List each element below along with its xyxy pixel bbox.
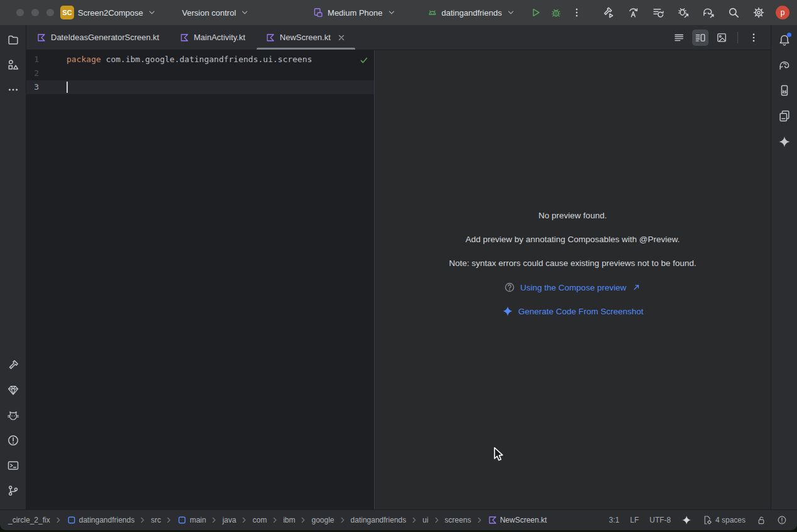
close-tab-icon[interactable] bbox=[336, 33, 346, 43]
code-line-current[interactable]: 3 bbox=[26, 80, 374, 94]
compose-preview-help-link[interactable]: Using the Compose preview bbox=[520, 282, 641, 292]
notifications-button[interactable] bbox=[774, 30, 794, 50]
chevron-right-icon bbox=[209, 515, 219, 525]
split-view-button[interactable] bbox=[692, 29, 709, 46]
project-badge: SC bbox=[60, 6, 74, 19]
readonly-toggle[interactable] bbox=[756, 515, 766, 525]
breadcrumb-label: NewScreen.kt bbox=[500, 516, 547, 524]
code-text: package com.ibm.google.datingandfriends.… bbox=[63, 53, 312, 66]
device-selector[interactable]: Medium Phone bbox=[313, 7, 396, 18]
breadcrumb-item[interactable]: google bbox=[309, 514, 336, 526]
breadcrumb-item[interactable]: datingandfriends bbox=[65, 514, 137, 526]
logcat-tool-button[interactable] bbox=[3, 405, 23, 425]
run-configuration-selector[interactable]: datingandfriends bbox=[427, 7, 516, 18]
code-editor[interactable]: 1 package com.ibm.google.datingandfriend… bbox=[26, 50, 374, 509]
indent-widget[interactable]: 4 spaces bbox=[702, 515, 746, 525]
resource-manager-tool-button[interactable] bbox=[3, 55, 23, 75]
status-widgets: 3:1 LF UTF-8 4 spaces bbox=[609, 515, 797, 525]
problems-tool-button[interactable] bbox=[3, 430, 23, 450]
run-button[interactable] bbox=[527, 4, 543, 21]
breadcrumb-label: screens bbox=[445, 516, 471, 524]
code-line[interactable]: 2 bbox=[26, 66, 374, 80]
gemini-status-widget[interactable] bbox=[682, 515, 692, 525]
project-tool-button[interactable] bbox=[3, 29, 23, 50]
gradle-sync-button[interactable] bbox=[700, 4, 717, 21]
attach-debugger-button[interactable] bbox=[675, 4, 692, 21]
elephant-icon bbox=[778, 59, 791, 72]
line-number: 3 bbox=[26, 80, 63, 94]
settings-button[interactable] bbox=[751, 4, 767, 21]
breadcrumb-item[interactable]: screens bbox=[443, 514, 473, 526]
running-devices-tool-button[interactable] bbox=[774, 80, 794, 100]
editor-options-button[interactable] bbox=[746, 29, 762, 46]
more-tool-windows-button[interactable] bbox=[3, 80, 23, 100]
breadcrumb-item[interactable]: com bbox=[250, 514, 269, 526]
preview-generate-row: Generate Code From Screenshot bbox=[375, 306, 771, 317]
inspections-widget[interactable] bbox=[777, 515, 787, 525]
cat-icon bbox=[7, 409, 19, 422]
user-avatar[interactable]: p bbox=[776, 6, 789, 19]
build-button[interactable] bbox=[600, 4, 616, 21]
line-number: 1 bbox=[26, 53, 63, 66]
hammer-icon bbox=[7, 359, 19, 371]
search-icon bbox=[727, 6, 740, 19]
build-tool-button[interactable] bbox=[3, 355, 23, 375]
line-separator-widget[interactable]: LF bbox=[630, 516, 639, 524]
close-window-button[interactable] bbox=[16, 9, 24, 16]
code-line[interactable]: 1 package com.ibm.google.datingandfriend… bbox=[26, 50, 374, 66]
minimize-window-button[interactable] bbox=[31, 9, 39, 16]
devices-icon bbox=[778, 109, 791, 122]
package-path: com.ibm.google.datingandfriends.ui.scree… bbox=[106, 55, 313, 64]
terminal-tool-button[interactable] bbox=[3, 455, 23, 476]
module-icon bbox=[67, 515, 77, 525]
tab-dateideasgeneratorscreen[interactable]: DateIdeasGeneratorScreen.kt bbox=[26, 25, 169, 50]
preview-message-note: Note: syntax errors could cause existing… bbox=[375, 258, 771, 268]
chevron-right-icon bbox=[409, 515, 419, 525]
gemini-tool-button[interactable] bbox=[774, 132, 794, 152]
more-run-options-button[interactable] bbox=[569, 4, 585, 21]
running-list-button[interactable] bbox=[650, 4, 666, 21]
breadcrumb-item[interactable]: java bbox=[220, 514, 238, 526]
phone-android-icon bbox=[778, 84, 791, 97]
app-quality-insights-tool-button[interactable] bbox=[3, 380, 23, 400]
inspection-status[interactable] bbox=[359, 55, 369, 65]
breadcrumb-item[interactable]: ibm bbox=[281, 514, 297, 526]
breadcrumb-item[interactable]: datingandfriends bbox=[349, 514, 409, 526]
line-number: 2 bbox=[26, 66, 63, 80]
gradle-tool-button[interactable] bbox=[774, 55, 794, 75]
caret-position-widget[interactable]: 3:1 bbox=[609, 516, 619, 524]
breadcrumb-item[interactable]: main bbox=[175, 514, 208, 526]
encoding-widget[interactable]: UTF-8 bbox=[650, 516, 671, 524]
git-branch-icon bbox=[7, 484, 19, 497]
shapes-icon bbox=[7, 58, 19, 71]
window-controls[interactable] bbox=[16, 9, 54, 16]
more-vertical-icon bbox=[748, 32, 759, 43]
breadcrumb-item[interactable]: src bbox=[149, 514, 163, 526]
breadcrumb-item[interactable]: ui bbox=[420, 514, 430, 526]
design-view-button[interactable] bbox=[714, 29, 730, 46]
tab-mainactivity[interactable]: MainActivity.kt bbox=[169, 25, 255, 50]
search-everywhere-button[interactable] bbox=[725, 4, 742, 21]
generate-code-from-screenshot-link[interactable]: Generate Code From Screenshot bbox=[518, 307, 644, 316]
version-control-menu[interactable]: Version control bbox=[182, 8, 250, 18]
build-hammer-icon bbox=[602, 6, 614, 19]
mouse-cursor bbox=[493, 447, 505, 463]
code-view-button[interactable] bbox=[671, 29, 687, 46]
breadcrumb-item[interactable]: _circle_2_fix bbox=[6, 514, 52, 526]
breadcrumb-item-current-file[interactable]: NewScreen.kt bbox=[486, 514, 549, 526]
debug-button[interactable] bbox=[548, 4, 564, 21]
zoom-window-button[interactable] bbox=[46, 9, 54, 16]
design-view-icon bbox=[716, 32, 727, 43]
tab-newscreen[interactable]: NewScreen.kt bbox=[255, 25, 356, 50]
chevron-right-icon bbox=[432, 515, 442, 525]
breadcrumb-label: java bbox=[222, 516, 236, 524]
bug-attach-icon bbox=[677, 6, 690, 19]
sparkle-icon bbox=[682, 515, 692, 525]
folder-icon bbox=[7, 33, 19, 46]
project-widget[interactable]: SC Screen2Compose bbox=[60, 6, 157, 19]
version-control-tool-button[interactable] bbox=[3, 481, 23, 501]
ide-window: SC Screen2Compose Version control Medium… bbox=[0, 0, 797, 530]
title-bar: SC Screen2Compose Version control Medium… bbox=[0, 0, 797, 25]
apply-changes-button[interactable] bbox=[625, 4, 641, 21]
device-manager-tool-button[interactable] bbox=[774, 105, 794, 125]
